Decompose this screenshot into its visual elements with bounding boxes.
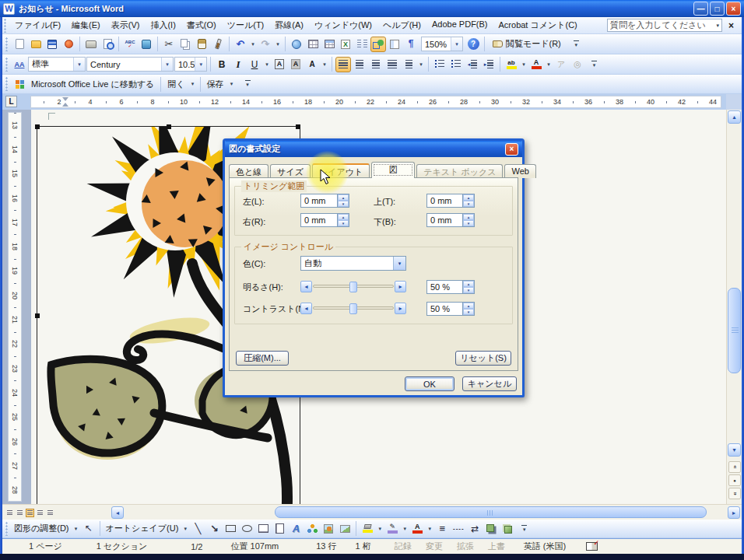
- tab-size[interactable]: サイズ: [270, 164, 311, 178]
- shadow-style-icon[interactable]: [483, 521, 499, 537]
- line-color-dropdown-icon[interactable]: ▾: [401, 521, 409, 537]
- crop-top-spinner[interactable]: 0 mm ▴▾: [426, 194, 475, 208]
- vertical-scroll-thumb[interactable]: [728, 288, 741, 373]
- research-icon[interactable]: [139, 37, 154, 52]
- compress-button[interactable]: 圧縮(M)...: [236, 351, 289, 366]
- open-icon[interactable]: [28, 37, 44, 52]
- ok-button[interactable]: OK: [405, 376, 454, 391]
- outline-view-icon[interactable]: [36, 509, 44, 517]
- align-right-icon[interactable]: [368, 57, 384, 72]
- color-dropdown[interactable]: 自動 ▾: [300, 256, 406, 271]
- enclose-characters-icon[interactable]: ◎: [570, 57, 585, 72]
- web-layout-view-icon[interactable]: [16, 509, 24, 517]
- contrast-slider[interactable]: ◂ ▸: [300, 302, 406, 314]
- menu-item[interactable]: 書式(O): [181, 17, 222, 33]
- toolbar-grip[interactable]: [5, 77, 9, 91]
- toolbar-grip[interactable]: [5, 37, 9, 51]
- line-color-icon[interactable]: ✎: [384, 521, 400, 537]
- align-center-icon[interactable]: [352, 57, 367, 72]
- style-combo[interactable]: 標準 ▾: [28, 57, 86, 72]
- close-button[interactable]: ×: [726, 2, 741, 16]
- copy-icon[interactable]: [177, 37, 193, 52]
- crop-bottom-spinner[interactable]: 0 mm ▴▾: [426, 213, 475, 227]
- redo-icon[interactable]: ↷: [258, 37, 273, 52]
- tables-borders-icon[interactable]: [305, 37, 321, 52]
- grow-font-dropdown-icon[interactable]: ▾: [321, 57, 328, 72]
- crop-left-spinner[interactable]: 0 mm ▴▾: [300, 194, 349, 208]
- autoshapes-menu-button[interactable]: オートシェイプ(U): [104, 523, 181, 534]
- menu-item[interactable]: 編集(E): [66, 17, 106, 33]
- dialog-close-icon[interactable]: ×: [505, 143, 518, 156]
- menu-item[interactable]: 表示(V): [106, 17, 146, 33]
- line-style-icon[interactable]: ≡: [434, 521, 450, 537]
- font-color-icon[interactable]: A: [528, 57, 544, 72]
- insert-excel-icon[interactable]: X: [338, 37, 353, 52]
- slider-right-icon[interactable]: ▸: [395, 281, 406, 292]
- styles-and-formatting-icon[interactable]: AA: [12, 57, 27, 72]
- decrease-indent-icon[interactable]: ◂: [465, 57, 480, 72]
- toolbar-options-icon[interactable]: ▾: [589, 57, 599, 72]
- menu-item[interactable]: Acrobat コメント(C): [493, 17, 583, 33]
- print-icon[interactable]: [83, 37, 99, 52]
- character-border-icon[interactable]: A: [272, 57, 287, 72]
- arrow-icon[interactable]: ↘: [206, 521, 222, 537]
- horizontal-ruler[interactable]: 2468101214161820222426283032343638404244: [30, 96, 721, 108]
- draw-menu-button[interactable]: 図形の調整(D): [12, 523, 72, 534]
- reading-layout-view-icon[interactable]: [46, 509, 54, 517]
- clip-art-icon[interactable]: [321, 521, 336, 537]
- toolbar-options-icon[interactable]: ▾: [519, 521, 529, 537]
- 3d-style-icon[interactable]: [500, 521, 515, 537]
- maximize-button[interactable]: □: [710, 2, 725, 16]
- font-combo[interactable]: Century ▾: [86, 57, 174, 72]
- drawing-toolbar-toggle-icon[interactable]: [370, 37, 386, 52]
- arrow-style-icon[interactable]: ⇄: [467, 521, 483, 537]
- selection-handle[interactable]: [296, 124, 300, 129]
- contrast-spinner[interactable]: 50 % ▴▾: [426, 302, 475, 316]
- dash-style-icon[interactable]: ----: [451, 521, 466, 537]
- ruby-icon[interactable]: ア: [553, 57, 569, 72]
- ask-question-input[interactable]: 質問を入力してください ▾: [607, 19, 722, 32]
- rectangle-icon[interactable]: [223, 521, 238, 537]
- increase-indent-icon[interactable]: ▸: [481, 57, 497, 72]
- toolbar-grip[interactable]: [5, 522, 9, 536]
- highlight-dropdown-icon[interactable]: ▾: [520, 57, 528, 72]
- tab-web[interactable]: Web: [504, 164, 535, 178]
- insert-picture-icon[interactable]: [337, 521, 353, 537]
- menu-item[interactable]: ウィンドウ(W): [309, 17, 377, 33]
- chevron-down-icon[interactable]: ▾: [228, 76, 236, 92]
- oval-icon[interactable]: [239, 521, 254, 537]
- cancel-button[interactable]: キャンセル: [462, 376, 517, 391]
- text-box-icon[interactable]: [255, 521, 271, 537]
- scroll-up-icon[interactable]: ▴: [728, 110, 741, 124]
- line-icon[interactable]: ╲: [190, 521, 205, 537]
- grow-font-icon[interactable]: A: [304, 57, 320, 72]
- toolbar-options-icon[interactable]: ▾: [571, 37, 581, 52]
- cut-icon[interactable]: ✂: [161, 37, 177, 52]
- tab-selector-icon[interactable]: L: [5, 96, 17, 107]
- menu-item[interactable]: ツール(T): [222, 17, 270, 33]
- minimize-button[interactable]: —: [693, 2, 708, 16]
- menu-item[interactable]: ファイル(F): [9, 17, 66, 33]
- bullets-icon[interactable]: [448, 57, 464, 72]
- contrast-slider-thumb[interactable]: [349, 303, 357, 314]
- undo-icon[interactable]: ↶: [233, 37, 248, 52]
- diagram-icon[interactable]: [304, 521, 320, 537]
- brightness-slider-thumb[interactable]: [349, 282, 357, 292]
- tab-layout[interactable]: レイアウト: [312, 163, 370, 178]
- redo-dropdown-icon[interactable]: ▾: [274, 37, 282, 52]
- chevron-down-icon[interactable]: ▾: [181, 521, 189, 537]
- underline-icon[interactable]: U: [247, 57, 262, 72]
- fill-color-dropdown-icon[interactable]: ▾: [376, 521, 384, 537]
- undo-dropdown-icon[interactable]: ▾: [249, 37, 257, 52]
- chevron-down-icon[interactable]: ▾: [393, 257, 405, 270]
- columns-icon[interactable]: [354, 37, 370, 52]
- slider-left-icon[interactable]: ◂: [300, 303, 312, 314]
- scroll-right-icon[interactable]: ▸: [728, 506, 740, 519]
- reading-mode-button[interactable]: 閲覧モード(R): [488, 36, 566, 52]
- slider-right-icon[interactable]: ▸: [395, 303, 406, 314]
- vertical-scrollbar[interactable]: ▴ ▾ « ● «: [726, 110, 742, 504]
- help-icon[interactable]: ?: [465, 37, 481, 52]
- chevron-down-icon[interactable]: ▾: [72, 521, 80, 537]
- browse-next-icon[interactable]: «: [728, 488, 741, 499]
- select-objects-icon[interactable]: ↖: [81, 521, 97, 537]
